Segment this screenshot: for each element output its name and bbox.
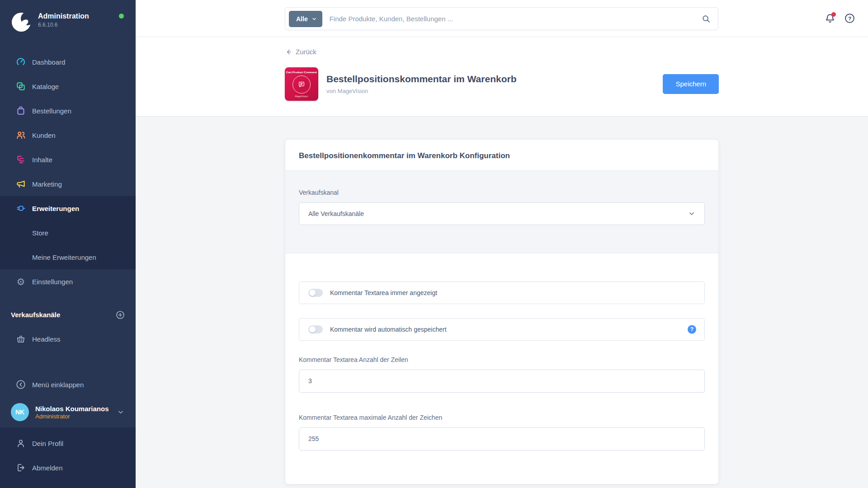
sidebar-active-section: Erweiterungen Store Meine Erweiterungen xyxy=(0,196,136,269)
sidebar-item-kunden[interactable]: Kunden xyxy=(0,123,136,147)
smartbar: Zurück Cart Product Comment MageVision B… xyxy=(136,37,868,117)
config-card: Bestellpositionenkommentar im Warenkorb … xyxy=(285,139,719,484)
avatar: NK xyxy=(11,403,29,421)
toggle-label: Kommentar Textarea immer angezeigt xyxy=(330,289,437,296)
plugin-tile-title: Cart Product Comment xyxy=(286,70,317,74)
sidebar-item-label: Headless xyxy=(32,335,61,343)
chevron-down-icon xyxy=(688,210,695,217)
add-sales-channel-icon[interactable] xyxy=(116,310,125,319)
menu-item-label: Dein Profil xyxy=(32,440,63,447)
logout-menu-item[interactable]: Abmelden xyxy=(0,455,136,480)
menu-item-label: Abmelden xyxy=(32,464,63,472)
arrow-left-icon xyxy=(285,48,292,56)
global-search: Alle xyxy=(285,7,718,30)
sidebar-item-label: Inhalte xyxy=(32,156,52,164)
input-group-maxchars: Kommentar Textarea maximale Anzahl der Z… xyxy=(299,414,705,450)
sidebar-item-erweiterungen[interactable]: Erweiterungen xyxy=(0,196,136,221)
user-role: Administrator xyxy=(35,413,109,420)
select-value: Alle Verkaufskanäle xyxy=(308,210,364,217)
content-icon xyxy=(16,155,26,164)
gear-icon: ⚙ xyxy=(16,277,26,286)
field-help-icon[interactable]: ? xyxy=(688,325,696,333)
search-filter-label: Alle xyxy=(296,15,308,23)
sidebar-item-label: Bestellungen xyxy=(32,107,71,115)
comment-bubble-icon xyxy=(292,75,311,94)
textarea-maxchars-input[interactable] xyxy=(299,427,705,450)
toggle-switch[interactable] xyxy=(308,289,323,297)
sidebar-item-marketing[interactable]: Marketing xyxy=(0,172,136,196)
page-content: Bestellpositionenkommentar im Warenkorb … xyxy=(136,117,868,488)
toggle-label: Kommentar wird automatisch gespeichert xyxy=(330,326,447,333)
sidebar-item-kataloge[interactable]: Kataloge xyxy=(0,74,136,99)
back-label: Zurück xyxy=(296,48,316,56)
chevron-down-icon xyxy=(311,16,317,22)
sidebar-item-label: Menü einklappen xyxy=(32,381,84,389)
plugin-config-form: Kommentar Textarea immer angezeigt Komme… xyxy=(285,253,718,484)
sidebar: Administration 6.6.10.6 Dashboard Katalo… xyxy=(0,0,136,488)
sidebar-item-meine-erweiterungen[interactable]: Meine Erweiterungen xyxy=(0,245,136,269)
sales-channels-heading: Verkaufskanäle xyxy=(11,311,60,319)
sidebar-item-label: Einstellungen xyxy=(32,278,73,286)
card-title: Bestellpositionenkommentar im Warenkorb … xyxy=(285,140,718,170)
help-icon[interactable]: ? xyxy=(844,12,856,25)
sales-channel-select[interactable]: Alle Verkaufskanäle xyxy=(299,202,705,225)
plugin-image: Cart Product Comment MageVision xyxy=(285,67,318,101)
sidebar-collapse-button[interactable]: Menü einklappen xyxy=(0,373,136,397)
page-title: Bestellpositionskommentar im Warenkorb xyxy=(326,74,516,84)
input-label: Kommentar Textarea maximale Anzahl der Z… xyxy=(299,414,705,421)
search-icon[interactable] xyxy=(702,14,711,23)
search-input[interactable] xyxy=(330,15,702,23)
plugin-tile-brand: MageVision xyxy=(295,95,308,98)
toggle-switch[interactable] xyxy=(308,325,323,333)
person-icon xyxy=(16,438,26,448)
user-name: Nikolaos Koumarianos xyxy=(35,404,109,413)
sidebar-item-einstellungen[interactable]: ⚙ Einstellungen xyxy=(0,269,136,294)
megaphone-icon xyxy=(16,179,26,189)
topbar-icons: ? xyxy=(824,0,856,37)
main-area: Alle xyxy=(136,0,868,488)
sidebar-item-label: Marketing xyxy=(32,180,62,188)
save-button[interactable]: Speichern xyxy=(663,74,719,94)
chevron-down-icon xyxy=(117,408,125,416)
sidebar-header: Administration 6.6.10.6 xyxy=(0,0,136,37)
online-status-dot xyxy=(119,14,124,19)
sidebar-item-label: Meine Erweiterungen xyxy=(32,253,96,261)
profile-menu-item[interactable]: Dein Profil xyxy=(0,431,136,455)
back-link[interactable]: Zurück xyxy=(285,48,316,56)
input-label: Kommentar Textarea Anzahl der Zeilen xyxy=(299,356,705,363)
sidebar-item-headless[interactable]: Headless xyxy=(0,327,136,351)
sidebar-item-label: Dashboard xyxy=(32,58,65,66)
orders-bag-icon xyxy=(16,106,26,116)
notification-bell-icon[interactable] xyxy=(824,12,836,25)
sales-channel-section: Verkaufskanal Alle Verkaufskanäle xyxy=(285,170,718,253)
main-navigation: Dashboard Kataloge Bestellungen xyxy=(0,50,136,294)
sidebar-item-bestellungen[interactable]: Bestellungen xyxy=(0,99,136,123)
sales-channels-header: Verkaufskanäle xyxy=(0,308,136,322)
toggle-row-comment-always-shown: Kommentar Textarea immer angezeigt xyxy=(299,282,705,304)
user-menu: Dein Profil Abmelden xyxy=(0,427,136,488)
search-filter-dropdown[interactable]: Alle xyxy=(289,11,322,27)
page-subtitle: von MageVision xyxy=(326,88,516,94)
notification-dot xyxy=(831,12,836,17)
sidebar-item-store[interactable]: Store xyxy=(0,221,136,245)
logout-icon xyxy=(16,463,26,473)
catalogues-icon xyxy=(16,81,26,91)
toggle-row-comment-autosave: Kommentar wird automatisch gespeichert ? xyxy=(299,318,705,341)
collapse-menu-icon xyxy=(16,380,26,389)
topbar: Alle xyxy=(136,0,868,37)
user-menu-toggle[interactable]: NK Nikolaos Koumarianos Administrator xyxy=(0,397,136,427)
sidebar-item-label: Kataloge xyxy=(32,83,59,90)
app-title: Administration xyxy=(38,12,89,21)
shopware-logo xyxy=(11,12,32,33)
basket-icon xyxy=(16,334,26,344)
dashboard-gauge-icon xyxy=(16,57,26,67)
sidebar-item-label: Store xyxy=(32,229,48,237)
textarea-rows-input[interactable] xyxy=(299,370,705,393)
user-zone: NK Nikolaos Koumarianos Administrator De… xyxy=(0,397,136,488)
sidebar-item-dashboard[interactable]: Dashboard xyxy=(0,50,136,74)
customers-icon xyxy=(16,130,26,140)
sidebar-item-inhalte[interactable]: Inhalte xyxy=(0,147,136,172)
sidebar-item-label: Kunden xyxy=(32,131,56,139)
app-version: 6.6.10.6 xyxy=(38,22,89,28)
plug-icon xyxy=(16,203,26,213)
